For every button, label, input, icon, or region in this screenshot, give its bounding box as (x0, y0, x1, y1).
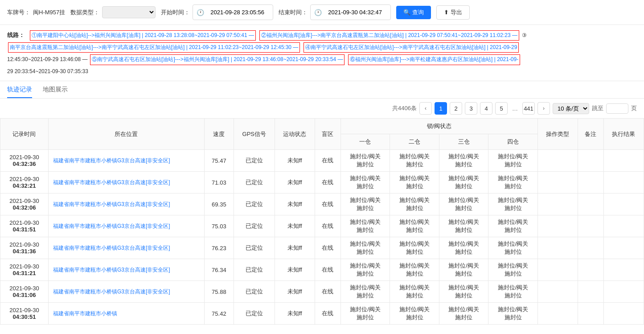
start-time-label: 开始时间： (161, 8, 190, 16)
cell-location-0[interactable]: 福建省南平市建瓯市小桥镇G3京台高速[非安全区] (48, 150, 204, 172)
page-3-btn[interactable]: 3 (465, 102, 477, 115)
plate-value: 闽H-M957挂 (33, 8, 65, 16)
cell-w2-6: 施封位/阀关施封位 (390, 281, 439, 303)
next-page-btn[interactable]: › (537, 102, 550, 115)
cell-w3-0: 施封位/阀关施封位 (439, 150, 488, 172)
end-time-label: 结束时间： (279, 8, 308, 16)
export-icon: ⬆ (444, 9, 449, 16)
cell-time-6: 2021-09-3004:31:06 (0, 281, 49, 303)
th-location: 所在位置 (48, 119, 204, 150)
end-time-item: 结束时间： 🕐 (279, 4, 391, 20)
cell-w4-2: 施封位/阀关施封位 (488, 194, 538, 215)
cell-w3-6: 施封位/阀关施封位 (439, 281, 488, 303)
cell-motion-4: 未知ff (275, 237, 315, 259)
start-time-input[interactable] (207, 7, 269, 18)
cell-time-1: 2021-09-3004:32:21 (0, 172, 49, 194)
tab-bar: 轨迹记录 地图展示 (0, 81, 644, 99)
cell-location-4[interactable]: 福建省南平市建瓯市小桥镇G3京台高速[非安全区] (48, 237, 204, 259)
cell-location-5[interactable]: 福建省南平市建瓯市小桥镇G3京台高速[非安全区] (48, 259, 204, 281)
cell-location-3[interactable]: 福建省南平市建瓯市小桥镇G3京台高速[非安全区] (48, 215, 204, 237)
cell-blind-7: 在线 (315, 303, 340, 325)
cell-remark-0 (578, 150, 603, 172)
cell-execresult-2 (603, 194, 644, 215)
page-2-btn[interactable]: 2 (450, 102, 462, 115)
route-item-6[interactable]: ⑥福州兴闽油库[油库]--->南平松建高速惠庐右区加油站[油站] | 2021-… (348, 54, 520, 65)
cell-time-3: 2021-09-3004:31:51 (0, 215, 49, 237)
cell-motion-1: 未知ff (275, 172, 315, 194)
jump-input[interactable] (606, 103, 628, 114)
table-row: 2021-09-3004:31:06 福建省南平市建瓯市小桥镇G3京台高速[非安… (0, 281, 644, 303)
cell-w2-1: 施封位/阀关施封位 (390, 172, 439, 194)
cell-optype-7 (537, 303, 578, 325)
route-item-3[interactable]: 南平京台高速震瓶第二加油站[油站]--->南平宁武高速石屯左区加油站[油站] |… (8, 42, 300, 53)
cell-motion-7: 未知ff (275, 303, 315, 325)
cell-optype-4 (537, 237, 578, 259)
cell-motion-6: 未知ff (275, 281, 315, 303)
cell-w3-7: 施封位/阀关施封位 (439, 303, 488, 325)
cell-blind-0: 在线 (315, 150, 340, 172)
query-button[interactable]: 🔍 查询 (396, 6, 431, 19)
per-page-select[interactable]: 10 条/页 20 条/页 50 条/页 (553, 103, 589, 114)
tab-track[interactable]: 轨迹记录 (7, 81, 32, 98)
top-bar: 车牌号： 闽H-M957挂 数据类型： 开始时间： 🕐 结束时间： 🕐 🔍 查询… (0, 0, 644, 25)
cell-blind-2: 在线 (315, 194, 340, 215)
route-item-4[interactable]: ④南平宁武高速石屯左区加油站[油站]--->南平宁武高速石屯右区加油站[油站] … (304, 42, 519, 53)
cell-blind-6: 在线 (315, 281, 340, 303)
data-table: 记录时间 所在位置 速度 GPS信号 运动状态 盲区 锁/阀状态 操作类型 备注… (0, 118, 644, 325)
cell-blind-1: 在线 (315, 172, 340, 194)
cell-location-1[interactable]: 福建省南平市建瓯市小桥镇G3京台高速[非安全区] (48, 172, 204, 194)
end-clock-icon: 🕐 (314, 9, 322, 16)
th-gps: GPS信号 (234, 119, 275, 150)
cell-time-5: 2021-09-3004:31:21 (0, 259, 49, 281)
cell-remark-7 (578, 303, 603, 325)
cell-optype-1 (537, 172, 578, 194)
start-time-wrapper: 🕐 (193, 4, 273, 20)
cell-w4-0: 施封位/阀关施封位 (488, 150, 538, 172)
route-item-5[interactable]: ⑤南宁武高速石屯右区加油站[油站]--->福州兴闽油库[油库] | 2021-0… (90, 54, 345, 65)
cell-w2-2: 施封位/阀关施封位 (390, 194, 439, 215)
cell-w3-4: 施封位/阀关施封位 (439, 237, 488, 259)
plate-number-item: 车牌号： 闽H-M957挂 (7, 8, 65, 16)
cell-speed-3: 75.03 (204, 215, 234, 237)
cell-gps-6: 已定位 (234, 281, 275, 303)
cell-w4-7: 施封位/阀关施封位 (488, 303, 538, 325)
cell-w4-1: 施封位/阀关施封位 (488, 172, 538, 194)
page-5-btn[interactable]: 5 (495, 102, 508, 115)
table-wrapper: 记录时间 所在位置 速度 GPS信号 运动状态 盲区 锁/阀状态 操作类型 备注… (0, 118, 644, 325)
cell-time-4: 2021-09-3004:31:36 (0, 237, 49, 259)
cell-execresult-4 (603, 237, 644, 259)
route-item-1[interactable]: ①南平建阳中心站[油站]-->福州兴闽油库[油库] | 2021-09-28 1… (30, 30, 256, 41)
jump-unit: 页 (631, 104, 637, 112)
jump-label: 跳至 (592, 104, 603, 112)
cell-location-6[interactable]: 福建省南平市建瓯市小桥镇G3京台高速[非安全区] (48, 281, 204, 303)
cell-optype-3 (537, 215, 578, 237)
end-time-wrapper: 🕐 (310, 4, 391, 20)
cell-speed-0: 75.47 (204, 150, 234, 172)
tab-map[interactable]: 地图展示 (43, 81, 68, 98)
cell-w4-5: 施封位/阀关施封位 (488, 259, 538, 281)
cell-gps-4: 已定位 (234, 237, 275, 259)
table-row: 2021-09-3004:31:51 福建省南平市建瓯市小桥镇G3京台高速[非安… (0, 215, 644, 237)
page-1-btn[interactable]: 1 (435, 102, 447, 115)
export-button[interactable]: ⬆ 导出 (436, 5, 470, 20)
cell-execresult-6 (603, 281, 644, 303)
cell-execresult-7 (603, 303, 644, 325)
th-exec-result: 执行结果 (603, 119, 644, 150)
cell-execresult-1 (603, 172, 644, 194)
data-type-select[interactable] (102, 6, 156, 18)
page-441-btn[interactable]: 441 (522, 102, 535, 115)
th-speed: 速度 (204, 119, 234, 150)
end-time-input[interactable] (324, 7, 387, 18)
th-remark: 备注 (578, 119, 603, 150)
start-time-item: 开始时间： 🕐 (161, 4, 273, 20)
cell-location-2[interactable]: 福建省南平市建瓯市小桥镇G3京台高速[非安全区] (48, 194, 204, 215)
route-item-2[interactable]: ②福州兴闽油库[油库]--->南平京台高速震瓶第二加油站[油站] | 2021-… (259, 30, 519, 41)
cell-w2-3: 施封位/阀关施封位 (390, 215, 439, 237)
th-op-type: 操作类型 (537, 119, 578, 150)
page-4-btn[interactable]: 4 (480, 102, 492, 115)
cell-w1-0: 施封位/阀关施封位 (340, 150, 390, 172)
cell-location-7[interactable]: 福建省南平市建瓯市小桥镇 (48, 303, 204, 325)
cell-execresult-0 (603, 150, 644, 172)
table-row: 2021-09-3004:31:21 福建省南平市建瓯市小桥镇G3京台高速[非安… (0, 259, 644, 281)
prev-page-btn[interactable]: ‹ (419, 102, 432, 115)
